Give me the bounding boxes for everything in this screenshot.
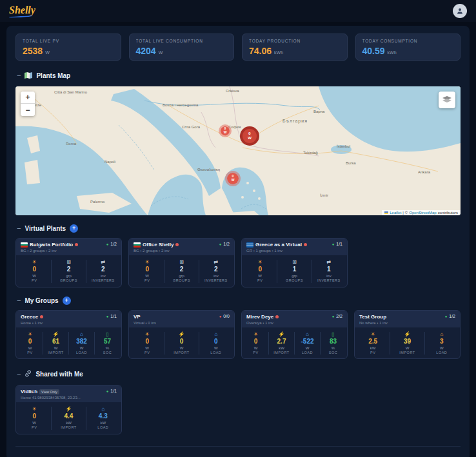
group-subtitle: No where • 1 inv — [359, 321, 388, 325]
battery-icon: ▯ — [106, 332, 108, 337]
bolt-icon: ⚡ — [404, 332, 411, 337]
group-name: Test Group — [359, 314, 386, 320]
footer-divider — [15, 446, 461, 451]
summary-stats-row: TOTAL LIVE PV 2538 W TOTAL LIVE CONSUMPT… — [15, 34, 461, 61]
plant-marker[interactable]: 0 W — [219, 124, 232, 137]
add-group-button[interactable]: + — [63, 297, 71, 305]
virtual-plant-card[interactable]: Office Shelly BG • 2 groups • 2 inv 1/2 … — [128, 238, 235, 287]
group-card[interactable]: Test Group No where • 1 inv 1/2 ☀ 2.5 kW… — [354, 310, 461, 360]
stat-soc: ▯ 83 % SOC — [320, 332, 346, 355]
group-card[interactable]: VP Virtual • 0 inv 0/0 ☀ 0 W PV ⚡ — [128, 310, 235, 360]
stat-label: TODAY CONSUMPTION — [362, 39, 454, 43]
my-groups-grid: Greece Home • 1 inv 1/1 ☀ 0 W PV — [15, 310, 461, 360]
shared-section-header: − Shared with Me — [17, 368, 459, 380]
stat-load: ⌂ 382 W LOAD — [68, 332, 94, 355]
add-virtual-plant-button[interactable]: + — [70, 224, 78, 233]
groups-icon: ⊞ — [66, 260, 71, 265]
attr-copyright: © — [405, 211, 408, 215]
virtual-plant-card[interactable]: Bulgaria Portfolio BG • 2 groups • 2 inv… — [15, 238, 122, 287]
plants-map[interactable]: Città di San Marino Firenze Roma Napoli … — [15, 86, 461, 215]
battery-icon: ▯ — [332, 332, 334, 337]
online-count: 1/1 — [336, 242, 342, 246]
bulgaria-flag-icon — [21, 242, 28, 248]
online-dot — [332, 242, 335, 246]
map-icon — [25, 70, 32, 81]
online-count: 1/2 — [449, 314, 455, 318]
online-dot — [219, 242, 222, 246]
online-count: 1/1 — [110, 314, 117, 318]
collapse-toggle[interactable]: − — [17, 297, 21, 304]
link-icon — [25, 368, 32, 380]
app-logo[interactable]: Shelly — [9, 5, 35, 17]
group-subtitle: Home • 1 inv — [21, 321, 43, 325]
stat-pv: ☀ 0 W PV — [17, 407, 51, 430]
sun-icon: ☀ — [253, 332, 258, 337]
map-layers-control[interactable] — [439, 92, 455, 108]
section-title: Shared with Me — [35, 371, 83, 378]
house-icon: ⌂ — [80, 332, 83, 337]
marker-unit: W — [224, 131, 227, 135]
sun-icon: ☀ — [371, 332, 375, 337]
marker-value: 0 — [248, 131, 250, 136]
sun-icon: ☀ — [258, 260, 263, 265]
section-title: Plants Map — [36, 72, 70, 79]
virtual-plant-card[interactable]: Greece as a Virtual GR • 1 groups • 1 in… — [241, 238, 348, 287]
plant-name: Bulgaria Portfolio — [30, 242, 73, 248]
online-count: 0/0 — [223, 314, 230, 318]
sun-icon: ☀ — [32, 407, 37, 412]
group-name: Greece — [21, 314, 38, 320]
stat-groups: ⊞ 2 grp GROUPS — [51, 260, 85, 283]
stat-import: ⚡ 2.7 kW IMPORT — [268, 332, 294, 355]
stat-import: ⚡ 4.4 kW IMPORT — [51, 407, 85, 430]
zoom-in-button[interactable]: + — [21, 92, 35, 104]
online-count: 1/2 — [223, 242, 230, 246]
stat-label: TOTAL LIVE CONSUMPTION — [136, 39, 228, 43]
stat-label: TODAY PRODUCTION — [249, 39, 341, 43]
plant-subtitle: GR • 1 groups • 1 inv — [246, 249, 307, 253]
house-icon: ⌂ — [214, 332, 217, 337]
stat-inverters: ⇄ 1 inv INVERTERS — [312, 260, 346, 283]
stat-load: ⌂ 3 W LOAD — [424, 332, 459, 355]
stat-value: 74.06 — [249, 46, 272, 56]
collapse-toggle[interactable]: − — [17, 72, 21, 79]
online-dot — [219, 314, 222, 318]
leaflet-flag-icon — [384, 211, 388, 214]
group-name: Mirev Deye — [246, 314, 273, 320]
plant-marker[interactable]: 0 W — [225, 171, 241, 186]
zoom-out-button[interactable]: − — [21, 104, 35, 116]
stat-label: TOTAL LIVE PV — [23, 39, 114, 43]
bolt-icon: ⚡ — [179, 332, 185, 337]
collapse-toggle[interactable]: − — [17, 225, 21, 232]
groups-icon: ⊞ — [179, 260, 184, 265]
group-subtitle: Virtual • 0 inv — [134, 321, 156, 325]
stat-soc: ▯ 57 % SOC — [94, 332, 120, 355]
sun-icon: ☀ — [145, 332, 150, 337]
online-dot — [332, 314, 335, 318]
dashboard-panel: TOTAL LIVE PV 2538 W TOTAL LIVE CONSUMPT… — [6, 26, 470, 457]
bulgaria-flag-icon — [134, 242, 141, 248]
shared-plant-card[interactable]: Vidlich View Only Home 41.9802938435708,… — [15, 385, 122, 434]
plant-name: Greece as a Virtual — [255, 242, 302, 248]
stat-unit: kWh — [274, 50, 283, 55]
map-zoom-control: + − — [21, 92, 35, 116]
person-icon — [456, 7, 464, 15]
section-title: My Groups — [25, 297, 58, 304]
map-tiles — [15, 86, 461, 215]
house-icon: ⌂ — [440, 332, 443, 337]
user-avatar-button[interactable] — [453, 4, 467, 18]
plant-subtitle: BG • 2 groups • 2 inv — [134, 249, 179, 253]
collapse-toggle[interactable]: − — [17, 371, 21, 378]
group-card[interactable]: Mirev Deye Oversiya • 1 inv 2/2 ☀ 0 W PV — [241, 310, 348, 360]
stat-groups: ⊞ 2 grp GROUPS — [164, 260, 198, 283]
bolt-icon: ⚡ — [53, 332, 59, 337]
inverter-icon: ⇄ — [101, 260, 105, 265]
group-card[interactable]: Greece Home • 1 inv 1/1 ☀ 0 W PV — [15, 310, 122, 360]
groups-icon: ⊞ — [292, 260, 297, 265]
plant-cluster-marker[interactable]: 0 W — [240, 126, 259, 146]
section-title: Virtual Plants — [25, 225, 66, 232]
osm-link[interactable]: OpenStreetMap — [409, 211, 436, 215]
stat-inverters: ⇄ 2 inv INVERTERS — [199, 260, 233, 283]
online-dot — [445, 314, 448, 318]
leaflet-link[interactable]: Leaflet — [390, 211, 401, 215]
house-icon: ⌂ — [306, 332, 309, 337]
